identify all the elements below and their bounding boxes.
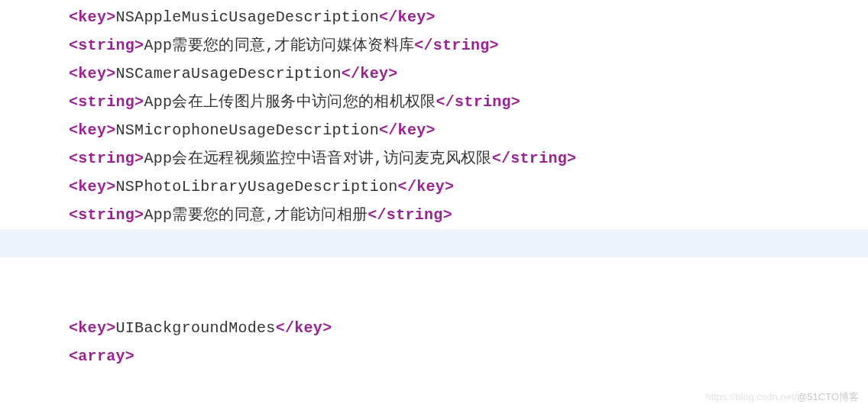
watermark-handle: @51CTO博客 xyxy=(797,391,859,402)
xml-open-tag: <key> xyxy=(69,8,116,26)
code-line: <key>UIBackgroundModes</key> xyxy=(0,314,868,342)
xml-content: NSCameraUsageDescription xyxy=(116,65,342,82)
line-gutter xyxy=(0,0,12,417)
xml-close-tag: </key> xyxy=(379,121,436,139)
xml-close-tag: </string> xyxy=(414,37,499,54)
code-line xyxy=(0,229,868,257)
watermark-url: https://blog.csdn.net/ xyxy=(705,391,797,402)
xml-open-tag: <string> xyxy=(69,37,144,54)
watermark: https://blog.csdn.net/@51CTO博客 xyxy=(705,388,859,406)
xml-close-tag: </string> xyxy=(368,206,452,224)
xml-close-tag: </string> xyxy=(436,93,520,111)
code-line: <string>App需要您的同意,才能访问相册</string> xyxy=(0,201,868,229)
xml-open-tag: <array> xyxy=(69,348,134,365)
code-line: <string>App会在远程视频监控中语音对讲,访问麦克风权限</string… xyxy=(0,144,868,173)
xml-close-tag: </key> xyxy=(379,8,436,26)
xml-content: NSAppleMusicUsageDescription xyxy=(116,8,379,26)
code-line: <key>NSAppleMusicUsageDescription</key> xyxy=(0,3,868,31)
xml-content: NSPhotoLibraryUsageDescription xyxy=(116,178,398,196)
xml-content: App需要您的同意,才能访问相册 xyxy=(144,206,368,224)
code-line xyxy=(0,257,868,286)
xml-open-tag: <string> xyxy=(69,150,144,167)
code-line: <array> xyxy=(0,342,868,370)
xml-content: App会在上传图片服务中访问您的相机权限 xyxy=(144,93,436,111)
code-line xyxy=(0,286,868,314)
xml-content: App会在远程视频监控中语音对讲,访问麦克风权限 xyxy=(144,150,491,167)
code-line: <key>NSPhotoLibraryUsageDescription</key… xyxy=(0,173,868,201)
xml-close-tag: </key> xyxy=(276,319,332,337)
xml-content: App需要您的同意,才能访问媒体资料库 xyxy=(144,37,414,54)
xml-open-tag: <string> xyxy=(69,206,144,224)
xml-open-tag: <key> xyxy=(69,178,116,196)
code-line: <string>App会在上传图片服务中访问您的相机权限</string> xyxy=(0,88,868,116)
code-line: <string>App需要您的同意,才能访问媒体资料库</string> xyxy=(0,31,868,60)
code-line: <key>NSCameraUsageDescription</key> xyxy=(0,60,868,88)
xml-open-tag: <key> xyxy=(69,121,116,139)
code-editor: <key>NSAppleMusicUsageDescription</key><… xyxy=(0,0,868,370)
code-line: <key>NSMicrophoneUsageDescription</key> xyxy=(0,116,868,144)
xml-open-tag: <key> xyxy=(69,65,116,82)
xml-close-tag: </key> xyxy=(342,65,398,82)
xml-close-tag: </string> xyxy=(492,150,577,167)
xml-open-tag: <key> xyxy=(69,319,116,337)
xml-content: UIBackgroundModes xyxy=(116,319,276,337)
xml-open-tag: <string> xyxy=(69,93,144,111)
xml-close-tag: </key> xyxy=(398,178,455,196)
xml-content: NSMicrophoneUsageDescription xyxy=(116,121,379,139)
